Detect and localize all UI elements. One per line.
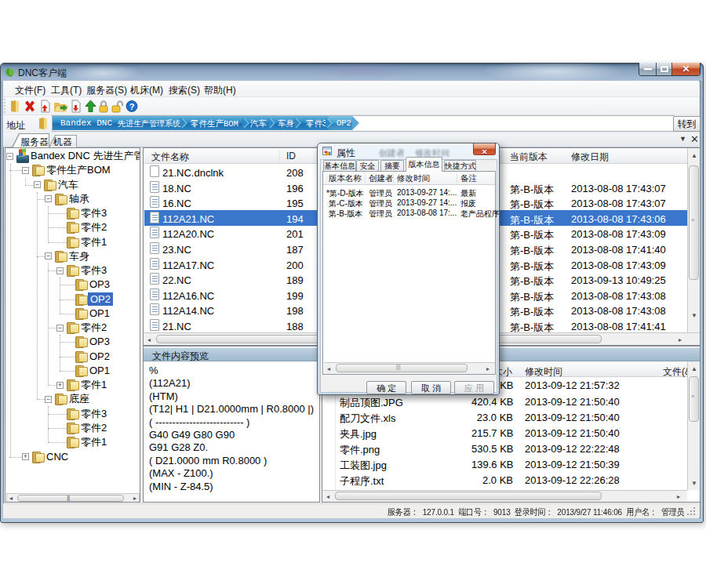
svg-text:?: ? [129, 102, 135, 111]
